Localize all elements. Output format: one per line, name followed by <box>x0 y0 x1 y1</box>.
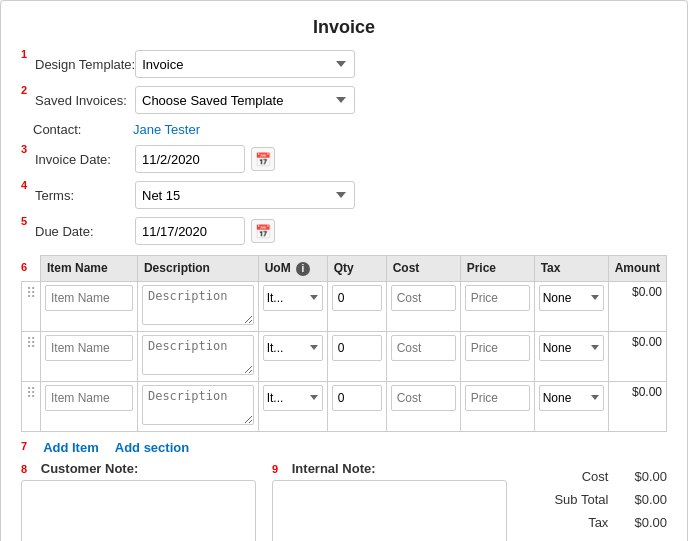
subtotal-label: Sub Total <box>538 488 608 511</box>
tax-select[interactable]: None <box>539 335 604 361</box>
price-input[interactable] <box>465 285 530 311</box>
num-7: 7 <box>21 440 27 455</box>
row-handle[interactable]: ⠿ <box>22 381 41 431</box>
internal-note-label: 9 Internal Note: <box>272 461 507 476</box>
invoice-date-label: Invoice Date: <box>35 152 135 167</box>
add-section-link[interactable]: Add section <box>115 440 189 455</box>
item-name-input[interactable] <box>45 335 133 361</box>
saved-invoices-row: 2 Saved Invoices: Choose Saved Template <box>21 86 667 114</box>
bottom-section: 8 Customer Note: 9 Internal Note: Cost $… <box>21 461 667 542</box>
tax-cell: None <box>534 281 608 331</box>
desc-cell <box>137 381 258 431</box>
due-date-input[interactable] <box>135 217 245 245</box>
table-row: ⠿ It... None $0.00 <box>22 331 667 381</box>
num-5: 5 <box>21 215 27 227</box>
qty-cell <box>327 381 386 431</box>
items-section: 6 Item Name Description UoM i Qty Cost P… <box>21 255 667 432</box>
invoice-date-calendar-icon[interactable]: 📅 <box>251 147 275 171</box>
cost-input[interactable] <box>391 335 456 361</box>
num-6: 6 <box>21 261 27 273</box>
uom-select[interactable]: It... <box>263 335 323 361</box>
price-input[interactable] <box>465 385 530 411</box>
cost-cell <box>386 381 460 431</box>
cost-input[interactable] <box>391 285 456 311</box>
amount-cell: $0.00 <box>608 381 666 431</box>
col-price: Price <box>460 256 534 282</box>
item-name-cell <box>41 281 138 331</box>
notes-section: 8 Customer Note: 9 Internal Note: <box>21 461 507 542</box>
item-name-input[interactable] <box>45 285 133 311</box>
col-uom: UoM i <box>258 256 327 282</box>
desc-textarea[interactable] <box>142 285 254 325</box>
terms-label: Terms: <box>35 188 135 203</box>
uom-cell: It... <box>258 331 327 381</box>
cost-value: $0.00 <box>612 465 667 488</box>
design-template-label: Design Template: <box>35 57 135 72</box>
invoice-date-input[interactable] <box>135 145 245 173</box>
cost-cell <box>386 331 460 381</box>
totals-section: Cost $0.00 Sub Total $0.00 Tax $0.00 Tot… <box>507 465 667 542</box>
desc-textarea[interactable] <box>142 335 254 375</box>
col-qty: Qty <box>327 256 386 282</box>
tax-cell: None <box>534 381 608 431</box>
price-cell <box>460 381 534 431</box>
qty-input[interactable] <box>332 285 382 311</box>
qty-input[interactable] <box>332 385 382 411</box>
col-tax: Tax <box>534 256 608 282</box>
tax-value: $0.00 <box>612 511 667 534</box>
row-handle[interactable]: ⠿ <box>22 281 41 331</box>
table-row: ⠿ It... None $0.00 <box>22 381 667 431</box>
cost-cell <box>386 281 460 331</box>
amount-cell: $0.00 <box>608 281 666 331</box>
tax-select[interactable]: None <box>539 385 604 411</box>
num-2: 2 <box>21 84 27 96</box>
terms-select[interactable]: Net 15 <box>135 181 355 209</box>
price-cell <box>460 331 534 381</box>
desc-textarea[interactable] <box>142 385 254 425</box>
total-row: Total $0.00 <box>523 535 667 541</box>
cost-label: Cost <box>538 465 608 488</box>
subtotal-row: Sub Total $0.00 <box>523 488 667 511</box>
saved-invoices-select[interactable]: Choose Saved Template <box>135 86 355 114</box>
internal-note-textarea[interactable] <box>272 480 507 542</box>
uom-cell: It... <box>258 381 327 431</box>
num-1: 1 <box>21 48 27 60</box>
contact-label: Contact: <box>33 122 133 137</box>
customer-note-textarea[interactable] <box>21 480 256 542</box>
uom-cell: It... <box>258 281 327 331</box>
qty-input[interactable] <box>332 335 382 361</box>
add-item-link[interactable]: Add Item <box>43 440 99 455</box>
item-name-input[interactable] <box>45 385 133 411</box>
num-3: 3 <box>21 143 27 155</box>
price-input[interactable] <box>465 335 530 361</box>
tax-label: Tax <box>538 511 608 534</box>
terms-row: 4 Terms: Net 15 <box>21 181 667 209</box>
desc-cell <box>137 331 258 381</box>
col-cost: Cost <box>386 256 460 282</box>
tax-cell: None <box>534 331 608 381</box>
modal-title: Invoice <box>21 17 667 38</box>
design-template-row: 1 Design Template: Invoice <box>21 50 667 78</box>
price-cell <box>460 281 534 331</box>
tax-select[interactable]: None <box>539 285 604 311</box>
item-name-cell <box>41 331 138 381</box>
design-template-select[interactable]: Invoice <box>135 50 355 78</box>
invoice-date-row: 3 Invoice Date: 📅 <box>21 145 667 173</box>
tax-row: Tax $0.00 <box>523 511 667 534</box>
cost-input[interactable] <box>391 385 456 411</box>
uom-info-icon[interactable]: i <box>296 262 310 276</box>
items-table: Item Name Description UoM i Qty Cost Pri… <box>21 255 667 432</box>
col-description: Description <box>137 256 258 282</box>
due-date-row: 5 Due Date: 📅 <box>21 217 667 245</box>
num-8: 8 <box>21 463 27 475</box>
row-handle[interactable]: ⠿ <box>22 331 41 381</box>
uom-select[interactable]: It... <box>263 385 323 411</box>
due-date-calendar-icon[interactable]: 📅 <box>251 219 275 243</box>
col-item-name: Item Name <box>41 256 138 282</box>
due-date-label: Due Date: <box>35 224 135 239</box>
contact-link[interactable]: Jane Tester <box>133 122 200 137</box>
contact-row: Contact: Jane Tester <box>21 122 667 137</box>
total-value: $0.00 <box>612 535 667 541</box>
customer-note-block: 8 Customer Note: <box>21 461 256 542</box>
uom-select[interactable]: It... <box>263 285 323 311</box>
